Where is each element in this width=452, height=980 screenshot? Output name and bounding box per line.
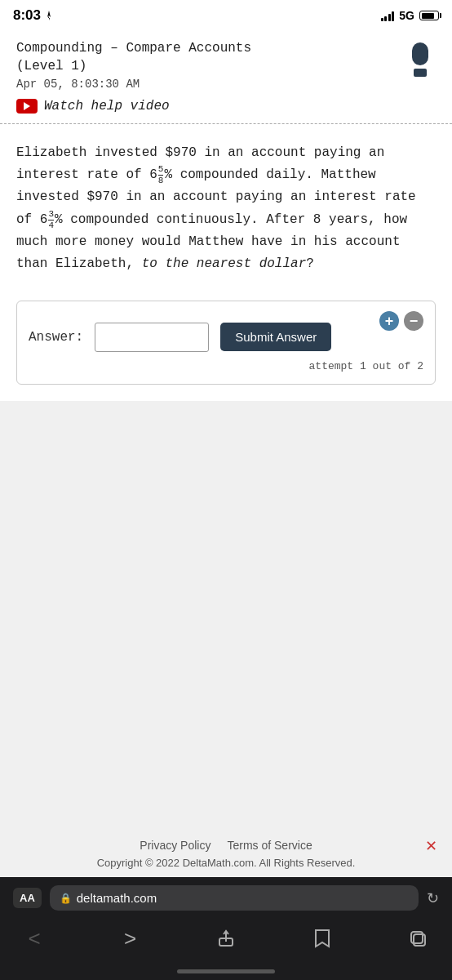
title-line-1: Compounding – Compare Accounts: [16, 39, 405, 57]
attempt-text: attempt 1 out of 2: [29, 360, 423, 372]
footer-section: Privacy Policy Terms of Service Copyrigh…: [0, 822, 452, 877]
signal-bars: [381, 11, 395, 21]
bookmarks-button[interactable]: [304, 924, 340, 953]
watch-help-label[interactable]: Watch help video: [44, 99, 170, 114]
tabs-icon: [408, 929, 428, 948]
share-icon: [216, 929, 236, 948]
answer-label: Answer:: [29, 330, 83, 345]
signal-bar-1: [381, 18, 383, 21]
frac1-numerator: 5: [158, 164, 164, 176]
problem-emphasis: to the nearest dollar: [142, 256, 307, 271]
answer-input[interactable]: [95, 323, 209, 352]
browser-bar: AA 🔒 deltamath.com ↻: [0, 877, 452, 917]
submit-button[interactable]: Submit Answer: [220, 323, 331, 351]
battery-indicator: [419, 11, 439, 20]
signal-bar-3: [388, 14, 391, 21]
subtract-button[interactable]: −: [404, 311, 423, 331]
add-button[interactable]: +: [379, 311, 399, 331]
book-icon: [312, 929, 332, 948]
lock-icon: 🔒: [60, 893, 72, 904]
header-text: Compounding – Compare Accounts (Level 1)…: [16, 39, 405, 91]
mic-icon: [412, 42, 428, 65]
location-icon: [44, 11, 54, 20]
nav-bar: < >: [0, 917, 452, 966]
tabs-button[interactable]: [400, 924, 436, 953]
mic-stand-icon: [414, 69, 427, 77]
answer-section: + − Answer: Submit Answer attempt 1 out …: [16, 301, 436, 385]
share-button[interactable]: [208, 924, 244, 953]
frac2-denominator: 4: [48, 220, 54, 230]
header-section: Compounding – Compare Accounts (Level 1)…: [0, 29, 452, 91]
privacy-policy-link[interactable]: Privacy Policy: [140, 839, 210, 852]
battery-fill: [422, 13, 434, 19]
time-display: 8:03: [13, 7, 41, 24]
footer-copyright: Copyright © 2022 DeltaMath.com. All Righ…: [0, 857, 452, 869]
answer-controls: + −: [379, 311, 423, 331]
play-triangle: [24, 102, 30, 110]
problem-text: Elizabeth invested $970 in an account pa…: [16, 142, 436, 276]
title-text-1: Compounding – Compare Accounts: [16, 41, 251, 56]
youtube-icon: [16, 99, 38, 114]
assignment-icon: [405, 39, 436, 78]
signal-bar-4: [392, 11, 394, 21]
signal-bar-2: [384, 16, 387, 21]
home-indicator: [0, 966, 452, 980]
signal-type: 5G: [399, 9, 414, 22]
terms-of-service-link[interactable]: Terms of Service: [227, 839, 312, 852]
problem-text-1: Elizabeth invested $970 in an account pa…: [16, 145, 416, 272]
status-time: 8:03: [13, 7, 54, 24]
forward-button[interactable]: >: [113, 924, 148, 953]
close-button[interactable]: ✕: [425, 837, 437, 855]
back-button[interactable]: <: [16, 924, 52, 953]
main-content: Compounding – Compare Accounts (Level 1)…: [0, 29, 452, 877]
spacer: [0, 401, 452, 822]
watch-help-section[interactable]: Watch help video: [0, 91, 452, 118]
svg-marker-1: [48, 16, 50, 20]
title-text-2: (Level 1): [16, 59, 86, 74]
section-divider: [0, 123, 452, 124]
forward-chevron: >: [124, 926, 136, 951]
font-size-button[interactable]: AA: [13, 888, 42, 908]
frac2-numerator: 3: [48, 209, 54, 220]
reload-button[interactable]: ↻: [427, 889, 439, 907]
status-right: 5G: [381, 9, 439, 22]
frac1-denominator: 8: [158, 176, 164, 185]
problem-section: Elizabeth invested $970 in an account pa…: [0, 129, 452, 292]
url-text: deltamath.com: [77, 891, 157, 905]
answer-row: Answer: Submit Answer: [29, 323, 423, 352]
battery-body: [419, 11, 439, 20]
footer-links: Privacy Policy Terms of Service: [0, 839, 452, 852]
home-bar: [177, 969, 275, 973]
status-bar: 8:03 5G: [0, 0, 452, 29]
fraction-2: 34: [48, 209, 54, 230]
fraction-1: 58: [158, 164, 164, 185]
date-line: Apr 05, 8:03:30 AM: [16, 78, 405, 91]
url-bar[interactable]: 🔒 deltamath.com: [50, 885, 419, 911]
back-chevron: <: [28, 926, 40, 951]
title-line-2: (Level 1): [16, 57, 405, 75]
